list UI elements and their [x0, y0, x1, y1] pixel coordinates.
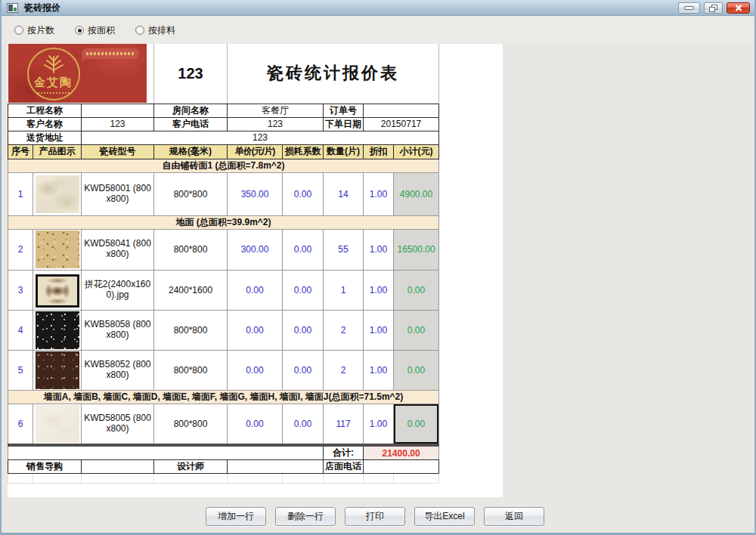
discount-cell[interactable]: 1.00 [364, 229, 394, 270]
empty-grid-row [8, 474, 439, 484]
col-discount: 折扣 [364, 144, 394, 159]
room-name-value[interactable]: 客餐厅 [228, 104, 324, 117]
col-tile-model: 瓷砖型号 [82, 144, 154, 159]
loss-factor-cell[interactable]: 0.00 [283, 172, 324, 215]
order-date-label: 下单日期 [324, 117, 364, 131]
section-row-walls: 墙面A, 墙面B, 墙面C, 墙面D, 墙面E, 墙面F, 墙面G, 墙面H, … [8, 390, 439, 404]
spec-cell[interactable]: 800*800 [154, 350, 228, 390]
unit-price-cell[interactable]: 0.00 [228, 310, 283, 350]
section-title: 自由铺砖面1 (总面积=7.8m^2) [8, 159, 439, 172]
radio-checked-icon [75, 26, 84, 35]
tile-model-cell[interactable]: KWD58041 (800x800) [82, 229, 154, 270]
table-row: 1 KWD58001 (800x800) 800*800 350.00 0.00… [8, 172, 439, 215]
store-phone-value[interactable] [364, 460, 439, 474]
quantity-cell[interactable]: 117 [324, 404, 364, 445]
print-button[interactable]: 打印 [345, 507, 405, 526]
total-value: 21400.00 [364, 445, 439, 460]
tile-model-cell[interactable]: 拼花2(2400x1600).jpg [82, 270, 154, 310]
tile-model-cell[interactable]: KWD58001 (800x800) [82, 172, 154, 215]
discount-cell[interactable]: 1.00 [364, 350, 394, 390]
quantity-cell[interactable]: 2 [324, 350, 364, 390]
spec-cell[interactable]: 800*800 [154, 404, 228, 445]
designer-value[interactable] [228, 460, 324, 474]
info-row: 客户名称 123 客户电话 123 下单日期 20150717 [8, 117, 439, 131]
loss-factor-cell[interactable]: 0.00 [283, 229, 324, 270]
back-button[interactable]: 返回 [484, 507, 544, 526]
unit-price-cell[interactable]: 0.00 [228, 404, 283, 445]
radio-label: 按排料 [148, 24, 175, 37]
tile-model-cell[interactable]: KWB58052 (800x800) [82, 350, 154, 390]
radio-by-pieces[interactable]: 按片数 [14, 24, 54, 37]
spec-cell[interactable]: 800*800 [154, 229, 228, 270]
quantity-cell[interactable]: 55 [324, 229, 364, 270]
spec-cell[interactable]: 2400*1600 [154, 270, 228, 310]
spec-cell[interactable]: 800*800 [154, 172, 228, 215]
order-no-value[interactable] [364, 104, 439, 117]
discount-cell[interactable]: 1.00 [364, 270, 394, 310]
table-row: 2 KWD58041 (800x800) 800*800 300.00 0.00… [8, 229, 439, 270]
table-row: 3 拼花2(2400x1600).jpg 2400*1600 0.00 0.00… [8, 270, 439, 310]
section-row-free-area: 自由铺砖面1 (总面积=7.8m^2) [8, 159, 439, 172]
radio-by-area[interactable]: 按面积 [75, 24, 115, 37]
subtotal-cell[interactable]: 16500.00 [394, 229, 439, 270]
subtotal-cell[interactable]: 0.00 [394, 350, 439, 390]
project-name-value[interactable] [82, 104, 154, 117]
title-bar: 瓷砖报价 [2, 0, 754, 16]
loss-factor-cell[interactable]: 0.00 [283, 270, 324, 310]
restore-button[interactable] [704, 2, 723, 14]
unit-price-cell[interactable]: 300.00 [228, 229, 283, 270]
customer-name-value[interactable]: 123 [82, 117, 154, 131]
subtotal-cell[interactable]: 0.00 [394, 270, 439, 310]
product-image[interactable] [36, 175, 79, 213]
export-excel-button[interactable]: 导出Excel [414, 507, 475, 526]
col-index: 序号 [8, 144, 33, 159]
unit-price-cell[interactable]: 350.00 [228, 172, 283, 215]
delivery-address-value[interactable]: 123 [82, 131, 439, 144]
col-unit-price: 单价(元/片) [228, 144, 283, 159]
delete-row-button[interactable]: 删除一行 [275, 507, 336, 526]
product-image[interactable] [36, 230, 79, 268]
product-image[interactable] [36, 405, 79, 443]
subtotal-cell[interactable]: 4900.00 [394, 172, 439, 215]
subtotal-cell[interactable]: 0.00 [394, 310, 439, 350]
discount-cell[interactable]: 1.00 [364, 172, 394, 215]
app-icon [7, 3, 18, 13]
product-image[interactable] [36, 311, 79, 349]
restore-icon [709, 5, 717, 12]
minimize-button[interactable] [678, 2, 700, 14]
quantity-cell[interactable]: 14 [324, 172, 364, 215]
product-image[interactable] [36, 351, 79, 389]
action-bar: 增加一行 删除一行 打印 导出Excel 返回 [206, 507, 544, 526]
quantity-cell[interactable]: 2 [324, 310, 364, 350]
quantity-cell[interactable]: 1 [324, 270, 364, 310]
radio-label: 按片数 [27, 24, 54, 37]
table-row: 6 KWD58005 (800x800) 800*800 0.00 0.00 1… [8, 404, 439, 445]
loss-factor-cell[interactable]: 0.00 [283, 310, 324, 350]
sales-guide-value[interactable] [82, 460, 154, 474]
designer-label: 设计师 [154, 460, 228, 474]
close-button[interactable] [727, 2, 750, 14]
col-loss-factor: 损耗系数 [283, 144, 324, 159]
radio-icon [135, 26, 144, 35]
customer-name-label: 客户名称 [8, 117, 82, 131]
order-date-value[interactable]: 20150717 [364, 117, 439, 131]
section-title: 地面 (总面积=39.9m^2) [8, 215, 439, 229]
loss-factor-cell[interactable]: 0.00 [283, 404, 324, 445]
radio-icon [14, 26, 23, 35]
discount-cell[interactable]: 1.00 [364, 404, 394, 445]
unit-price-cell[interactable]: 0.00 [228, 350, 283, 390]
total-label: 合计: [324, 445, 364, 460]
unit-price-cell[interactable]: 0.00 [228, 270, 283, 310]
discount-cell[interactable]: 1.00 [364, 310, 394, 350]
sales-guide-label: 销售导购 [8, 460, 82, 474]
spec-cell[interactable]: 800*800 [154, 310, 228, 350]
customer-phone-value[interactable]: 123 [228, 117, 324, 131]
tile-model-cell[interactable]: KWB58058 (800x800) [82, 310, 154, 350]
loss-factor-cell[interactable]: 0.00 [283, 350, 324, 390]
add-row-button[interactable]: 增加一行 [206, 507, 266, 526]
row-index: 6 [8, 404, 33, 445]
radio-by-layout[interactable]: 按排料 [135, 24, 175, 37]
tile-model-cell[interactable]: KWD58005 (800x800) [82, 404, 154, 445]
subtotal-cell-selected[interactable]: 0.00 [394, 404, 439, 445]
product-image[interactable] [36, 274, 79, 308]
